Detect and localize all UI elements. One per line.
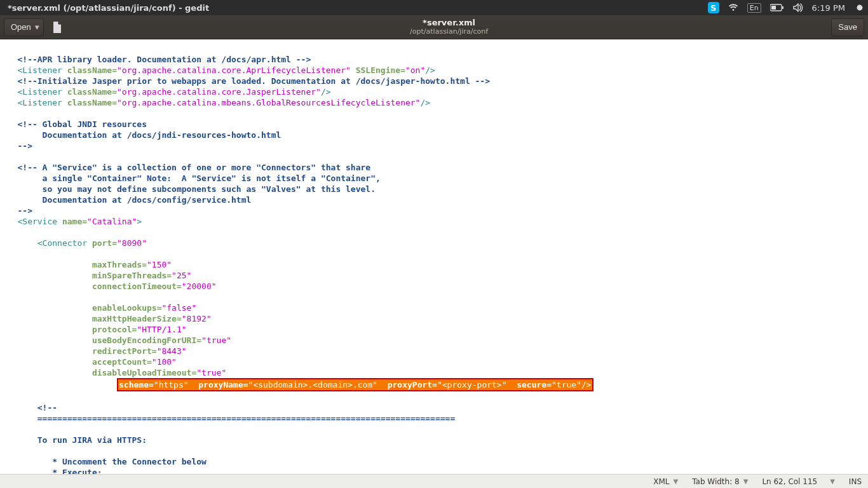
chevron-down-icon: ▾ xyxy=(35,22,39,32)
gedit-toolbar: Open ▾ *server.xml /opt/atlassian/jira/c… xyxy=(0,15,868,39)
window-title: *server.xml (/opt/atlassian/jira/conf) -… xyxy=(8,3,209,13)
wifi-icon[interactable] xyxy=(728,3,738,12)
clock[interactable]: 6:19 PM xyxy=(812,3,845,13)
chevron-down-icon: ▼ xyxy=(673,478,678,485)
document-path: /opt/atlassian/jira/conf xyxy=(67,28,832,36)
cursor-position[interactable]: Ln 62, Col 115 ▼ xyxy=(762,477,834,486)
highlighted-selection: scheme="https" proxyName="<subdomain>.<d… xyxy=(117,378,593,391)
save-button[interactable]: Save xyxy=(831,18,864,36)
code-content[interactable]: <!--APR library loader. Documentation at… xyxy=(3,43,868,474)
keyboard-layout-indicator[interactable]: En xyxy=(747,3,761,13)
system-top-panel: *server.xml (/opt/atlassian/jira/conf) -… xyxy=(0,0,868,15)
system-tray: S En 6:19 PM xyxy=(708,2,863,13)
chevron-down-icon: ▼ xyxy=(743,478,749,485)
language-selector[interactable]: XML▼ xyxy=(653,477,678,486)
open-button[interactable]: Open ▾ xyxy=(4,18,44,36)
skype-indicator[interactable]: S xyxy=(708,2,719,13)
insert-mode[interactable]: INS xyxy=(849,477,862,486)
new-document-button[interactable] xyxy=(48,18,67,36)
svg-rect-2 xyxy=(771,6,776,10)
chevron-down-icon: ▼ xyxy=(830,478,835,485)
open-button-label: Open xyxy=(11,22,31,32)
gedit-statusbar: XML▼ Tab Width: 8▼ Ln 62, Col 115 ▼ INS xyxy=(0,474,868,488)
document-filename: *server.xml xyxy=(67,18,832,28)
svg-rect-1 xyxy=(782,6,783,9)
gear-icon[interactable] xyxy=(854,3,863,12)
tab-width-selector[interactable]: Tab Width: 8▼ xyxy=(692,477,748,486)
battery-icon[interactable] xyxy=(770,4,784,11)
editor-viewport[interactable]: <!--APR library loader. Documentation at… xyxy=(0,39,868,474)
volume-icon[interactable] xyxy=(793,3,803,12)
